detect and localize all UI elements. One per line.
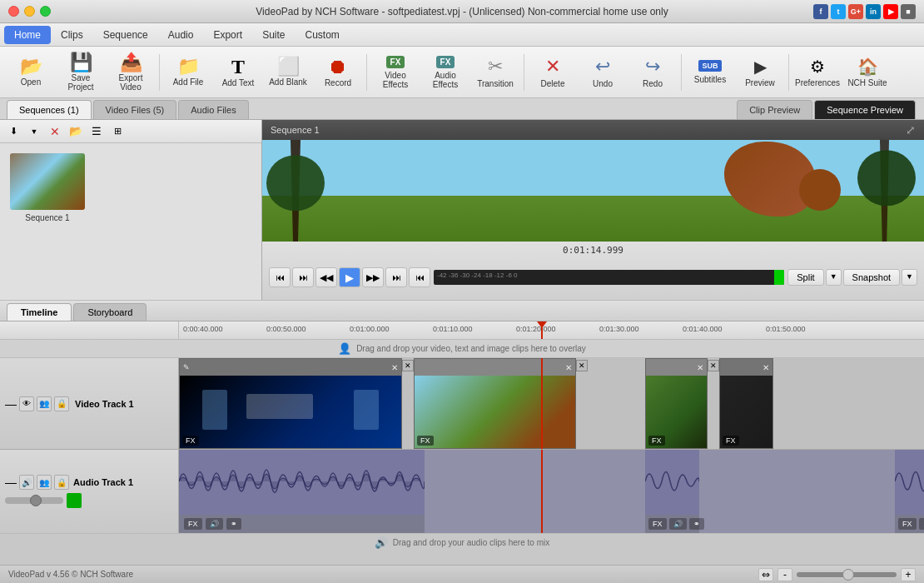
sequence-item[interactable]: Sequence 1 [7,150,88,226]
next-frame-button[interactable]: ⏭ [385,267,407,287]
split-button[interactable]: Split [787,269,823,286]
prev-frame-button[interactable]: ⏭ [292,267,314,287]
window-controls[interactable] [8,6,51,17]
subtitles-button[interactable]: SUB Subtitles [686,50,734,95]
tab-sequence-preview[interactable]: Sequence Preview [814,100,916,119]
clip-gap-3: ✕ [708,360,719,371]
clip-fx-1[interactable]: FX [182,436,199,446]
skip-start-button[interactable]: ⏮ [269,267,291,287]
minimize-button[interactable] [24,6,35,17]
clip-fx-3[interactable]: FX [648,436,665,446]
twitter-icon[interactable]: t [831,4,846,19]
track-eye-button[interactable]: 👁 [19,396,34,411]
audio-vol-btn-2[interactable]: 🔊 [669,518,687,530]
zoom-handle[interactable] [842,569,854,581]
audio-vol-btn-3[interactable]: 🔊 [919,518,924,530]
video-clip-1[interactable]: ✎ ✕ FX [179,358,402,449]
clip-fx-2[interactable]: FX [417,436,434,446]
zoom-plus-button[interactable]: + [901,568,916,581]
redo-button[interactable]: ↪ Redo [628,50,677,95]
menu-home[interactable]: Home [4,26,51,44]
audio-link-btn-2[interactable]: ⚭ [689,518,704,530]
youtube-icon[interactable]: ▶ [883,4,898,19]
clip-close-2[interactable]: ✕ [565,363,572,372]
save-project-button[interactable]: 💾 Save Project [57,50,105,95]
record-button[interactable]: ⏺ Record [314,50,362,95]
volume-bar[interactable]: -42 -36 -30 -24 -18 -12 -6 0 [434,270,784,285]
clip-close-3[interactable]: ✕ [697,363,703,372]
audio-fx-btn-2[interactable]: FX [648,518,667,530]
audio-link-btn-1[interactable]: ⚭ [226,518,241,530]
clip-gap-2: ✕ [576,360,588,371]
play-button[interactable]: ▶ [339,267,360,287]
linkedin-icon[interactable]: in [866,4,881,19]
app-title: VideoPad by NCH Software - softpediatest… [256,6,668,17]
fast-forward-button[interactable]: ▶▶ [362,267,384,287]
track-lock-button[interactable]: 🔒 [54,396,69,411]
tab-clip-preview[interactable]: Clip Preview [737,100,812,119]
nch-suite-button[interactable]: 🏠 NCH Suite [843,50,892,95]
undo-button[interactable]: ↩ Undo [579,50,627,95]
panel-btn-1[interactable]: ⬇ [4,122,22,141]
audio-volume-slider[interactable] [5,497,63,504]
maximize-button[interactable] [40,6,51,17]
close-button[interactable] [8,6,19,17]
add-blank-button[interactable]: ⬜ Add Blank [264,50,312,95]
video-effects-button[interactable]: FX Video Effects [371,50,420,95]
tab-video-files[interactable]: Video Files (5) [93,100,177,119]
delete-button[interactable]: ✕ Delete [529,50,577,95]
audio-mute-button[interactable]: 🔊 [19,475,34,490]
audio-fx-btn-1[interactable]: FX [184,518,202,530]
clip-fx-4[interactable]: FX [723,436,739,446]
social-links[interactable]: f t G+ in ▶ ■ [813,4,916,19]
menu-export[interactable]: Export [203,26,252,44]
video-clip-3[interactable]: ✕ FX [645,358,708,449]
menu-clips[interactable]: Clips [51,26,93,44]
add-text-button[interactable]: T Add Text [214,50,262,95]
nch-icon[interactable]: ■ [901,4,916,19]
audio-vol-btn-1[interactable]: 🔊 [206,518,223,530]
audio-collapse-icon[interactable]: — [5,476,17,489]
separator-3 [524,54,524,91]
video-clip-4[interactable]: ✕ FX [719,358,773,449]
audio-lock-button[interactable]: 🔒 [54,475,69,490]
snapshot-button[interactable]: Snapshot [843,269,900,286]
zoom-slider[interactable] [797,572,897,577]
skip-end-button[interactable]: ⏮ [409,267,430,287]
preferences-button[interactable]: ⚙ Preferences [793,50,842,95]
clip-close-1[interactable]: ✕ [391,363,398,372]
tab-sequences[interactable]: Sequences (1) [7,100,92,119]
preview-expand-icon[interactable]: ⤢ [906,123,916,137]
transition-button[interactable]: ✂ Transition [471,50,519,95]
facebook-icon[interactable]: f [813,4,828,19]
panel-btn-folder[interactable]: 📂 [67,122,85,141]
tab-audio-files[interactable]: Audio Files [178,100,248,119]
audio-effects-button[interactable]: FX Audio Effects [421,50,469,95]
menu-audio[interactable]: Audio [158,26,204,44]
audio-people-button[interactable]: 👥 [37,475,52,490]
tab-storyboard[interactable]: Storyboard [73,303,147,321]
snapshot-dropdown[interactable]: ▼ [902,269,917,286]
clip-close-4[interactable]: ✕ [763,363,769,372]
menu-suite[interactable]: Suite [252,26,295,44]
panel-btn-list[interactable]: ☰ [87,122,106,141]
audio-fx-btn-3[interactable]: FX [898,518,917,530]
track-people-button[interactable]: 👥 [37,396,52,411]
add-file-button[interactable]: 📁 Add File [164,50,212,95]
video-clip-2[interactable]: ✕ FX [414,358,576,449]
split-dropdown[interactable]: ▼ [826,269,842,286]
zoom-minus-button[interactable]: - [777,568,792,581]
zoom-out-button[interactable]: ⇔ [758,568,773,581]
panel-dropdown[interactable]: ▼ [25,122,43,141]
preview-button[interactable]: ▶ Preview [736,50,784,95]
open-button[interactable]: 📂 Open [7,50,55,95]
panel-btn-grid[interactable]: ⊞ [108,122,127,141]
tab-timeline[interactable]: Timeline [7,303,72,321]
menu-sequence[interactable]: Sequence [93,26,158,44]
export-video-button[interactable]: 📤 Export Video [107,50,155,95]
panel-btn-delete[interactable]: ✕ [46,122,64,141]
google-plus-icon[interactable]: G+ [848,4,863,19]
rewind-button[interactable]: ◀◀ [315,267,337,287]
track-collapse-icon[interactable]: — [5,397,17,411]
menu-custom[interactable]: Custom [295,26,349,44]
